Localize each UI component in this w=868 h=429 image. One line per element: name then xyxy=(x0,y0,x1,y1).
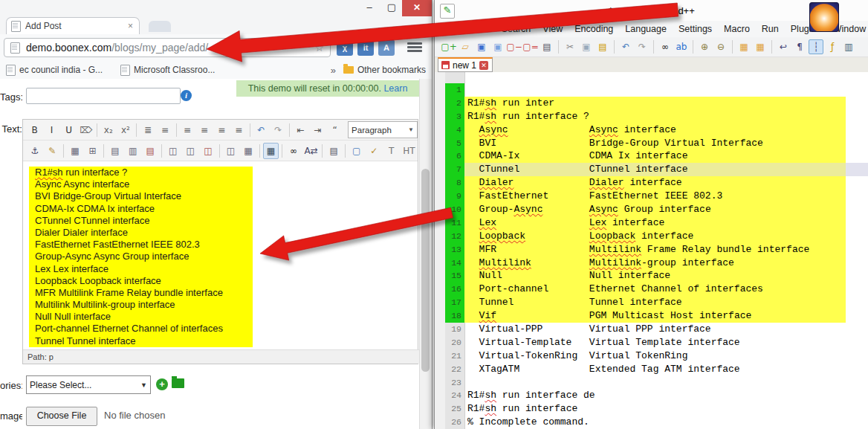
show-all-chars-icon[interactable]: ¶ xyxy=(792,39,807,54)
menu-file[interactable]: File xyxy=(441,24,467,34)
sync-scroll-h-icon[interactable]: ▦ xyxy=(753,39,768,54)
function-list-icon[interactable]: ƒ xyxy=(825,39,840,54)
menu-search[interactable]: Search xyxy=(496,24,537,34)
extension-it-icon[interactable]: it xyxy=(357,39,374,56)
tags-input[interactable] xyxy=(26,88,181,104)
fullscreen-icon[interactable]: ▢ xyxy=(349,143,365,159)
line-number[interactable]: 25 xyxy=(445,402,464,416)
menu-run[interactable]: Run xyxy=(756,24,785,34)
toggle-gridlines-icon[interactable]: ▦ xyxy=(263,143,279,159)
word-wrap-icon[interactable]: ↩ xyxy=(776,39,791,54)
extension-1-icon[interactable]: χ xyxy=(337,39,353,56)
address-bar[interactable]: demo.boonex.com/blogs/my_page/add/ ☆ xyxy=(4,38,331,57)
npp-editor[interactable]: 12R1#sh run inter3R1#sh run interface ?4… xyxy=(435,72,868,429)
line-number[interactable]: 14 xyxy=(445,257,464,270)
open-file-icon[interactable]: ▱ xyxy=(458,39,473,54)
line-number[interactable]: 24 xyxy=(445,389,464,402)
learn-link[interactable]: Learn xyxy=(383,83,407,94)
insert-image-icon[interactable]: ✎ xyxy=(45,143,61,159)
new-file-icon[interactable]: ▢+ xyxy=(441,39,456,54)
bookmark-microsoft-classroom[interactable]: Microsoft Classroo... xyxy=(120,65,215,76)
line-number[interactable]: 21 xyxy=(445,349,464,363)
editor-content-area[interactable]: R1#sh run interface ?Async Async interfa… xyxy=(23,161,418,352)
print-icon[interactable]: ▤ xyxy=(326,143,342,159)
categories-select[interactable]: Please Select... ▼ xyxy=(26,375,151,394)
indent-icon[interactable]: ⇥ xyxy=(310,122,326,138)
zoom-in-icon[interactable]: ⊕ xyxy=(697,39,712,54)
remove-format-icon[interactable]: ⌦ xyxy=(78,122,94,138)
html-source-icon[interactable]: HT xyxy=(401,143,418,159)
bookmark-ec-council[interactable]: ec council india - G... xyxy=(6,65,103,76)
line-number[interactable]: 7 xyxy=(445,163,464,176)
table-icon[interactable]: ▦ xyxy=(67,143,83,159)
tab-close-icon[interactable]: × xyxy=(126,21,135,31)
npp-tab-new1[interactable]: new 1 ✕ xyxy=(438,57,493,72)
align-left-icon[interactable]: ≡ xyxy=(179,122,195,138)
category-folder-icon[interactable] xyxy=(172,378,184,388)
desktop-app-icon[interactable] xyxy=(809,2,839,32)
info-icon[interactable]: i xyxy=(181,90,192,101)
format-select[interactable]: Paragraph▼ xyxy=(348,121,418,138)
print-icon[interactable]: ▤ xyxy=(540,39,554,54)
italic-icon[interactable]: I xyxy=(44,122,59,138)
line-number[interactable]: 6 xyxy=(445,149,464,163)
merge-cells-icon[interactable]: ▦ xyxy=(240,143,256,159)
line-number[interactable]: 3 xyxy=(445,110,464,123)
chrome-menu-icon[interactable] xyxy=(407,41,422,54)
choose-file-button[interactable]: Choose File xyxy=(26,407,97,426)
close-button[interactable]: ✕ xyxy=(402,0,432,16)
line-number[interactable]: 20 xyxy=(445,336,464,349)
scrollbar-thumb[interactable] xyxy=(421,169,430,372)
find-icon[interactable]: ∞ xyxy=(658,39,673,54)
line-number[interactable]: 12 xyxy=(445,230,464,243)
save-icon[interactable]: ▣ xyxy=(474,39,489,54)
menu-macro[interactable]: Macro xyxy=(718,24,756,34)
maximize-button[interactable]: ▢ xyxy=(381,0,402,16)
line-number[interactable]: 9 xyxy=(445,190,464,203)
line-number[interactable]: 15 xyxy=(445,269,464,283)
bookmarks-overflow-chevron[interactable]: » xyxy=(331,65,336,76)
line-number[interactable]: 4 xyxy=(445,123,464,137)
bookmark-star-icon[interactable]: ☆ xyxy=(314,42,324,54)
numbered-list-icon[interactable]: ≡ xyxy=(157,122,172,138)
indent-guide-icon[interactable]: ┆ xyxy=(809,39,823,54)
line-number[interactable]: 5 xyxy=(445,137,464,150)
menu-edit[interactable]: Edit xyxy=(467,24,496,34)
col-before-icon[interactable]: ◫ xyxy=(165,143,181,159)
minimize-button[interactable]: – xyxy=(359,0,380,16)
undo-icon[interactable]: ↶ xyxy=(253,122,269,138)
line-number[interactable]: 23 xyxy=(445,376,464,390)
line-number[interactable]: 2 xyxy=(445,97,464,110)
line-number[interactable]: 19 xyxy=(445,323,464,336)
row-after-icon[interactable]: ▥ xyxy=(125,143,141,159)
line-number[interactable]: 1 xyxy=(445,83,464,97)
menu-language[interactable]: Language xyxy=(619,24,673,34)
sync-scroll-v-icon[interactable]: ▦ xyxy=(736,39,751,54)
redo-icon[interactable]: ↷ xyxy=(271,122,286,138)
align-right-icon[interactable]: ≡ xyxy=(214,122,230,138)
line-number[interactable]: 13 xyxy=(445,243,464,257)
line-number[interactable]: 26 xyxy=(445,416,464,429)
menu-encoding[interactable]: Encoding xyxy=(569,24,619,34)
paste-as-text-icon[interactable]: T xyxy=(383,143,400,159)
line-number[interactable]: 10 xyxy=(445,203,464,216)
copy-icon[interactable]: ▣ xyxy=(579,39,594,54)
cut-icon[interactable]: ✂ xyxy=(563,39,577,54)
find-replace-icon[interactable]: A⇄ xyxy=(303,143,320,159)
redo-icon[interactable]: ↷ xyxy=(635,39,650,54)
delete-row-icon[interactable]: ▤ xyxy=(142,143,158,159)
line-number[interactable]: 8 xyxy=(445,176,464,190)
line-number[interactable]: 11 xyxy=(445,216,464,230)
table-properties-icon[interactable]: ⊞ xyxy=(85,143,101,159)
bullet-list-icon[interactable]: ≣ xyxy=(140,122,155,138)
undo-icon[interactable]: ↶ xyxy=(618,39,633,54)
bold-icon[interactable]: B xyxy=(27,122,42,138)
split-cells-icon[interactable]: ◫ xyxy=(223,143,239,159)
add-category-button[interactable]: + xyxy=(156,378,168,390)
doc-map-icon[interactable]: ▥ xyxy=(841,39,856,54)
replace-icon[interactable]: ab xyxy=(674,39,689,54)
zoom-out-icon[interactable]: ⊖ xyxy=(713,39,728,54)
menu-settings[interactable]: Settings xyxy=(673,24,718,34)
line-number[interactable]: 17 xyxy=(445,296,464,309)
close-file-icon[interactable]: ▢− xyxy=(507,39,522,54)
